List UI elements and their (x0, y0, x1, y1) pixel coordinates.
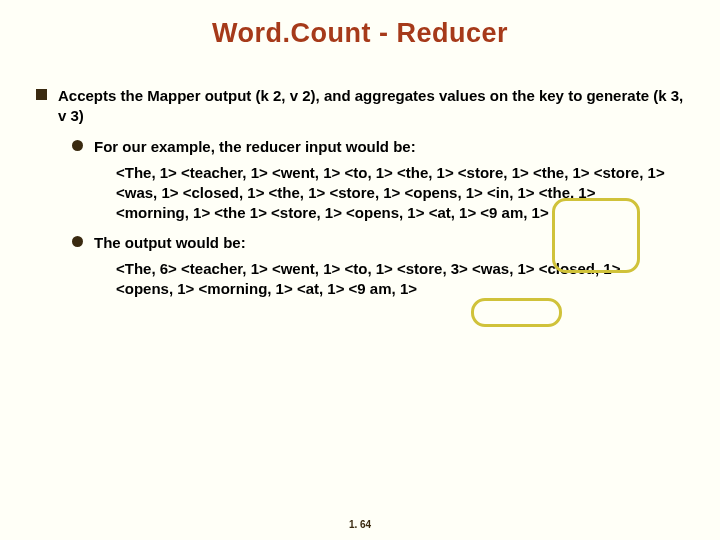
slide: Word.Count - Reducer Accepts the Mapper … (0, 0, 720, 540)
bullet-lvl1: Accepts the Mapper output (k 2, v 2), an… (36, 86, 692, 125)
bullet-lvl2-input: For our example, the reducer input would… (72, 137, 692, 157)
slide-body: Accepts the Mapper output (k 2, v 2), an… (36, 86, 692, 307)
slide-title: Word.Count - Reducer (0, 18, 720, 49)
reducer-output-text: <The, 6> <teacher, 1> <went, 1> <to, 1> … (116, 259, 672, 300)
bullet-lvl2-output: The output would be: (72, 233, 692, 253)
slide-number: 1. 64 (0, 519, 720, 530)
reducer-input-text: <The, 1> <teacher, 1> <went, 1> <to, 1> … (116, 163, 672, 224)
